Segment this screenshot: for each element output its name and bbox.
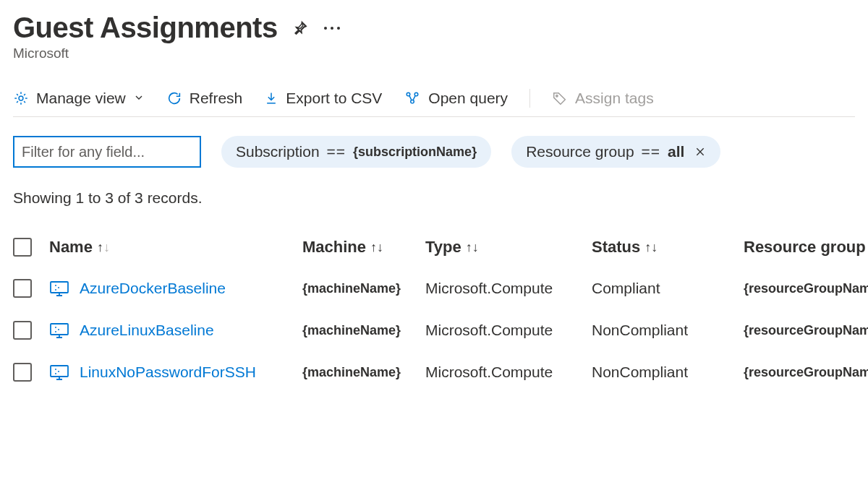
resource-group-cell: {resourceGroupName} bbox=[744, 281, 868, 296]
column-label: Name bbox=[49, 238, 93, 257]
sort-icon: ↑↓ bbox=[644, 240, 658, 255]
svg-point-19 bbox=[55, 373, 56, 374]
svg-point-13 bbox=[55, 327, 56, 328]
pill-value: {subscriptionName} bbox=[353, 145, 477, 160]
machine-cell: {machineName} bbox=[302, 365, 425, 380]
chevron-down-icon bbox=[133, 90, 145, 107]
toolbar: Manage view Refresh Export to CSV bbox=[13, 76, 855, 117]
pill-label: Resource group bbox=[526, 143, 634, 160]
svg-point-1 bbox=[331, 27, 333, 30]
svg-point-17 bbox=[55, 369, 56, 370]
svg-point-7 bbox=[556, 95, 558, 97]
column-header-status[interactable]: Status ↑↓ bbox=[592, 238, 744, 257]
sort-icon: ↑↓ bbox=[370, 240, 383, 255]
column-header-resource-group[interactable]: Resource group bbox=[744, 238, 868, 257]
download-icon bbox=[264, 90, 278, 106]
row-checkbox[interactable] bbox=[13, 321, 32, 340]
filter-pill-resource-group[interactable]: Resource group == all bbox=[511, 136, 720, 168]
manage-view-label: Manage view bbox=[36, 90, 126, 107]
assignment-name-link[interactable]: LinuxNoPasswordForSSH bbox=[80, 364, 256, 381]
resource-group-cell: {resourceGroupName} bbox=[744, 323, 868, 338]
gear-icon bbox=[13, 90, 29, 106]
assign-tags-label: Assign tags bbox=[575, 90, 654, 107]
filter-input[interactable] bbox=[13, 136, 201, 168]
table-row: AzureDockerBaseline {machineName} Micros… bbox=[13, 267, 855, 309]
svg-point-5 bbox=[415, 93, 419, 96]
page-title: Guest Assignments bbox=[13, 12, 278, 44]
filters-row: Subscription == {subscriptionName} Resou… bbox=[13, 136, 855, 168]
svg-point-4 bbox=[407, 93, 411, 96]
type-cell: Microsoft.Compute bbox=[425, 322, 592, 339]
status-cell: Compliant bbox=[592, 280, 744, 297]
svg-point-10 bbox=[58, 287, 59, 288]
svg-point-6 bbox=[411, 100, 414, 103]
table-header: Name ↑↓ Machine ↑↓ Type ↑↓ Status ↑↓ Res… bbox=[13, 227, 855, 267]
select-all-checkbox[interactable] bbox=[13, 238, 32, 257]
svg-point-18 bbox=[58, 371, 59, 372]
refresh-button[interactable]: Refresh bbox=[166, 90, 243, 107]
sort-icon: ↑↓ bbox=[466, 240, 479, 255]
pill-label: Subscription bbox=[236, 143, 320, 160]
svg-point-9 bbox=[55, 285, 56, 286]
svg-point-3 bbox=[19, 96, 23, 100]
assignment-name-link[interactable]: AzureLinuxBaseline bbox=[80, 322, 214, 339]
table-row: LinuxNoPasswordForSSH {machineName} Micr… bbox=[13, 351, 855, 393]
machine-cell: {machineName} bbox=[302, 281, 425, 296]
pin-icon[interactable] bbox=[292, 20, 308, 36]
monitor-icon bbox=[49, 364, 69, 381]
tag-icon bbox=[552, 90, 568, 106]
open-query-button[interactable]: Open query bbox=[404, 90, 508, 107]
svg-rect-16 bbox=[51, 366, 68, 377]
machine-cell: {machineName} bbox=[302, 323, 425, 338]
export-csv-label: Export to CSV bbox=[286, 90, 382, 107]
column-header-machine[interactable]: Machine ↑↓ bbox=[302, 238, 425, 257]
pill-eq: == bbox=[642, 143, 661, 160]
export-csv-button[interactable]: Export to CSV bbox=[264, 90, 382, 107]
assignments-table: Name ↑↓ Machine ↑↓ Type ↑↓ Status ↑↓ Res… bbox=[13, 227, 855, 393]
svg-point-2 bbox=[337, 27, 340, 30]
column-label: Status bbox=[592, 238, 640, 257]
svg-rect-12 bbox=[51, 324, 68, 335]
assignment-name-link[interactable]: AzureDockerBaseline bbox=[80, 280, 226, 297]
pill-eq: == bbox=[327, 143, 346, 160]
table-row: AzureLinuxBaseline {machineName} Microso… bbox=[13, 309, 855, 351]
toolbar-divider bbox=[529, 89, 530, 108]
assign-tags-button: Assign tags bbox=[552, 90, 654, 107]
sort-icon: ↑↓ bbox=[97, 240, 110, 255]
svg-point-15 bbox=[55, 331, 56, 332]
column-label: Machine bbox=[302, 238, 366, 257]
page-subtitle: Microsoft bbox=[13, 46, 855, 61]
row-checkbox[interactable] bbox=[13, 279, 32, 298]
status-cell: NonCompliant bbox=[592, 322, 744, 339]
filter-pill-subscription[interactable]: Subscription == {subscriptionName} bbox=[221, 136, 491, 168]
type-cell: Microsoft.Compute bbox=[425, 280, 592, 297]
manage-view-button[interactable]: Manage view bbox=[13, 90, 145, 107]
resource-group-cell: {resourceGroupName} bbox=[744, 365, 868, 380]
query-icon bbox=[404, 90, 421, 106]
type-cell: Microsoft.Compute bbox=[425, 364, 592, 381]
svg-point-14 bbox=[58, 329, 59, 330]
monitor-icon bbox=[49, 280, 69, 297]
svg-rect-8 bbox=[51, 282, 68, 293]
svg-point-11 bbox=[55, 289, 56, 291]
row-checkbox[interactable] bbox=[13, 363, 32, 382]
column-label: Resource group bbox=[744, 238, 866, 257]
column-header-type[interactable]: Type ↑↓ bbox=[425, 238, 592, 257]
svg-point-0 bbox=[324, 27, 327, 30]
records-count: Showing 1 to 3 of 3 records. bbox=[13, 189, 855, 207]
open-query-label: Open query bbox=[428, 90, 508, 107]
status-cell: NonCompliant bbox=[592, 364, 744, 381]
column-label: Type bbox=[425, 238, 461, 257]
refresh-label: Refresh bbox=[190, 90, 243, 107]
more-icon[interactable] bbox=[323, 25, 341, 32]
refresh-icon bbox=[166, 90, 182, 106]
pill-value: all bbox=[668, 143, 684, 160]
monitor-icon bbox=[49, 322, 69, 339]
column-header-name[interactable]: Name ↑↓ bbox=[49, 238, 302, 257]
close-icon[interactable] bbox=[694, 146, 706, 158]
